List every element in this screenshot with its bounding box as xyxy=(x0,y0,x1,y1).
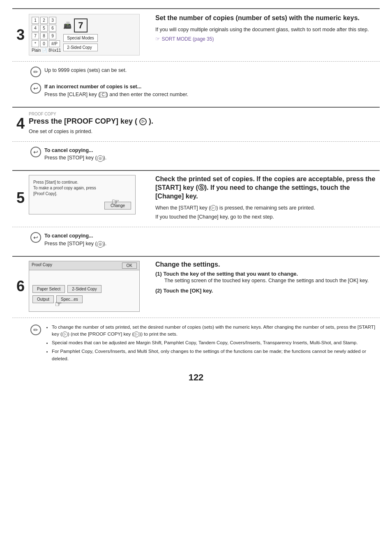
step-4-title: Press the [PROOF COPY] key ( ▷ ). xyxy=(29,117,380,126)
hand-cursor-6: ☞ xyxy=(55,299,62,309)
step-3-title: Set the number of copies (number of sets… xyxy=(155,14,380,23)
stop-circle-icon-5: ◎ xyxy=(97,241,104,248)
key-hash: #/P xyxy=(49,40,60,47)
step6-ok-btn[interactable]: OK xyxy=(122,263,137,269)
step-4-subtitle: One set of copies is printed. xyxy=(29,128,380,136)
step-5-arrow-icon: ↩ xyxy=(30,232,41,243)
key-1: 1 xyxy=(32,17,39,24)
step-5-cancel-desc: Press the [STOP] key (◎). xyxy=(44,241,106,246)
note-arrow-icon: ↩ xyxy=(30,83,41,94)
step-5-right: Check the printed set of copies. If the … xyxy=(155,175,380,221)
step-5-title: Check the printed set of copies. If the … xyxy=(155,175,380,200)
keypad-mockup: 1 2 3 4 5 6 7 8 9 xyxy=(29,14,140,55)
key-8: 8 xyxy=(40,32,48,39)
key-4: 4 xyxy=(32,25,39,32)
hand-cursor-5: ☞ xyxy=(111,197,120,207)
step-6-title: Change the settings. xyxy=(155,261,380,268)
step6-title-text: Proof Copy xyxy=(32,263,52,269)
bullet-item-3: For Pamphlet Copy, Covers/Inserts, and M… xyxy=(52,348,380,362)
step-6-bullets: ✏ To change the number of sets printed, … xyxy=(12,321,380,364)
bullet-list: To change the number of sets printed, se… xyxy=(44,324,380,364)
screen-mockup-5: Press [Start] to continue. To make a pro… xyxy=(29,175,136,214)
step-6-right: Change the settings. (1) Touch the key o… xyxy=(155,261,380,312)
copy-icon: 📠 xyxy=(63,21,71,29)
step-3-section: 3 1 2 3 4 5 6 xyxy=(12,8,380,60)
step-6-sub2: (2) Touch the [OK] key. xyxy=(155,288,380,294)
step-4-cancel-bold: To cancel copying... xyxy=(44,147,93,153)
page-number: 122 xyxy=(12,372,380,383)
step-3-note-2: ↩ If an incorrect number of copies is se… xyxy=(12,81,380,100)
bullet-pencil-icon: ✏ xyxy=(30,325,41,335)
step-5-cancel-note: ↩ To cancel copying... Press the [STOP] … xyxy=(12,230,380,249)
key-6: 6 xyxy=(49,25,56,32)
step-4-cancel-text: To cancel copying... Press the [STOP] ke… xyxy=(44,147,106,162)
paper-select-btn[interactable]: Paper Select xyxy=(32,285,65,293)
step-4-cancel-desc: Press the [STOP] key (◎). xyxy=(44,155,106,161)
proof-copy-text2: ). xyxy=(149,117,153,125)
two-sided-copy-btn-6[interactable]: 2-Sided Copy xyxy=(67,285,101,293)
key-star: * xyxy=(32,40,39,47)
output-btn[interactable]: Output xyxy=(32,295,54,303)
start-circle-5a: ▷ xyxy=(210,205,216,211)
key-3: 3 xyxy=(49,17,56,24)
proof-copy-circle: ▷ xyxy=(139,118,147,125)
step-3-note-2-bold: If an incorrect number of copies is set.… xyxy=(44,84,141,90)
bullet-item-2: Special modes that can be adjusted are M… xyxy=(52,339,380,346)
sort-link[interactable]: SORT MODE (page 35) xyxy=(161,36,214,42)
two-sided-copy-btn[interactable]: 2-Sided Copy xyxy=(63,44,98,51)
step-5-desc2: If you touched the [Change] key, go to t… xyxy=(155,213,380,221)
bullet-item-1: To change the number of sets printed, se… xyxy=(52,324,380,338)
step-3-number: 3 xyxy=(12,26,29,44)
paper-size: 8½x11 xyxy=(48,48,61,53)
key-0: 0 xyxy=(40,40,48,47)
step-6-sub1-label: (1) Touch the key of the setting that yo… xyxy=(155,271,380,277)
step-4-arrow-icon: ↩ xyxy=(30,147,41,157)
screen-text-5: Press [Start] to continue. To make a pro… xyxy=(33,180,131,197)
step-6-sub1: (1) Touch the key of the setting that yo… xyxy=(155,271,380,285)
step6-top-btns: Paper Select 2-Sided Copy xyxy=(32,285,136,293)
step6-screen: Proof Copy OK Paper Select 2-Sided Copy … xyxy=(29,261,140,312)
step-6-section: 6 Proof Copy OK Paper Select 2-Sided Cop… xyxy=(12,256,380,316)
step-3-note-2-text: If an incorrect number of copies is set.… xyxy=(44,83,188,99)
sort-icon: ☞ xyxy=(155,36,160,42)
copy-count-display: 7 xyxy=(74,18,87,32)
step-4-section: 4 PROOF COPY Press the [PROOF COPY] key … xyxy=(12,107,380,140)
step-4-title-area: PROOF COPY Press the [PROOF COPY] key ( … xyxy=(29,112,380,136)
paper-icon: 📄 xyxy=(42,48,47,53)
step6-titlebar: Proof Copy OK xyxy=(29,261,139,270)
step-6-sub2-label: (2) Touch the [OK] key. xyxy=(155,288,380,294)
step-5-desc1: When the [START] key (▷) is pressed, the… xyxy=(155,204,380,212)
step-4-cancel-note: ↩ To cancel copying... Press the [STOP] … xyxy=(12,145,380,164)
step-3-note-1-text: Up to 9999 copies (sets) can be set. xyxy=(44,67,127,74)
key-2: 2 xyxy=(40,17,48,24)
key-7: 7 xyxy=(32,32,39,39)
step-3-note-2-desc: Press the [CLEAR] key (C) and then enter… xyxy=(44,92,188,97)
key-5: 5 xyxy=(40,25,48,32)
key-9: 9 xyxy=(49,32,56,39)
step6-bottom-btns: Output Spec...es xyxy=(32,295,136,303)
step-4-number: 4 xyxy=(12,115,29,132)
special-modes-btn[interactable]: Special Modes xyxy=(63,34,98,42)
start-circle-bullet: ▷ xyxy=(62,332,68,337)
step-6-number: 6 xyxy=(12,278,29,295)
step-5-section: 5 Press [Start] to continue. To make a p… xyxy=(12,170,380,225)
step-5-cancel-bold: To cancel copying... xyxy=(44,233,93,239)
step-3-right: Set the number of copies (number of sets… xyxy=(155,14,380,55)
step-6-left: Proof Copy OK Paper Select 2-Sided Copy … xyxy=(29,261,148,312)
step-3-note-1: ✏ Up to 9999 copies (sets) can be set. xyxy=(12,65,380,79)
paper-type: Plain xyxy=(32,48,41,53)
proof-copy-text: Press the [PROOF COPY] key ( xyxy=(29,117,137,125)
step-3-left: 1 2 3 4 5 6 7 8 9 xyxy=(29,14,148,55)
note-pencil-icon: ✏ xyxy=(30,67,41,77)
proof-circle-bullet: ▷ xyxy=(134,332,139,337)
step-5-cancel-text: To cancel copying... Press the [STOP] ke… xyxy=(44,232,106,248)
step-6-sub1-desc: The setting screen of the touched key op… xyxy=(164,277,380,285)
step6-body: Paper Select 2-Sided Copy Output Spec...… xyxy=(29,270,139,311)
step-3-desc: If you will copy multiple originals usin… xyxy=(155,26,380,34)
step-5-left: Press [Start] to continue. To make a pro… xyxy=(29,175,148,221)
step-5-number: 5 xyxy=(12,189,29,207)
stop-circle-icon: ◎ xyxy=(97,155,104,162)
proof-copy-label-above: PROOF COPY xyxy=(29,112,380,116)
